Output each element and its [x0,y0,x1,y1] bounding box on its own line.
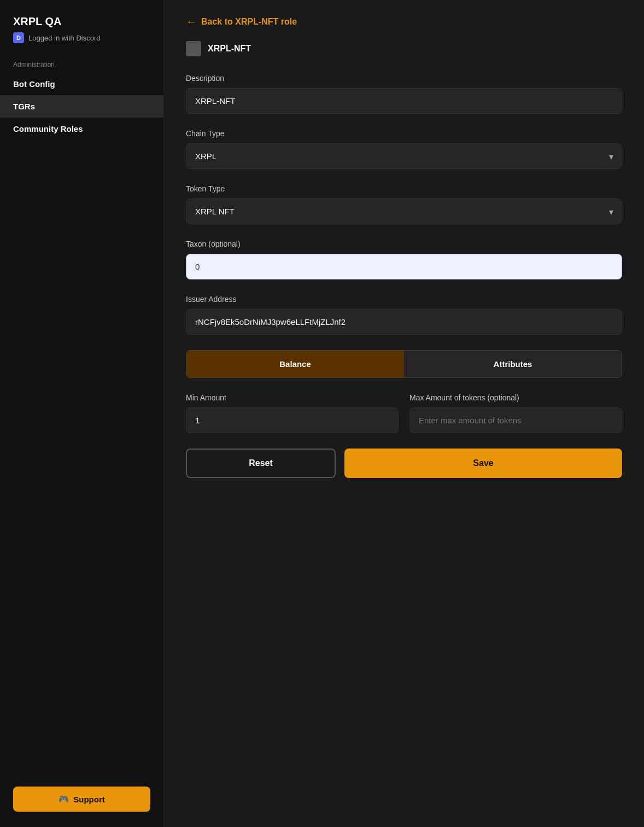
min-amount-label: Min Amount [186,393,399,402]
sidebar-item-bot-config[interactable]: Bot Config [0,73,163,95]
tab-attributes[interactable]: Attributes [404,351,622,377]
description-input[interactable] [186,88,622,114]
action-buttons: Reset Save [186,449,622,478]
description-label: Description [186,74,622,83]
max-amount-label: Max Amount of tokens (optional) [409,393,622,402]
sidebar-nav: Bot Config TGRs Community Roles [0,73,163,140]
sidebar-item-tgrs[interactable]: TGRs [0,95,163,118]
issuer-address-label: Issuer Address [186,295,622,304]
min-amount-input[interactable] [186,407,399,433]
role-icon [186,41,201,56]
logged-in-text: Logged in with Discord [28,34,101,42]
app-name: XRPL QA [13,15,150,28]
back-link-label: Back to XRPL-NFT role [201,17,297,27]
taxon-input[interactable] [186,254,622,279]
chain-type-wrapper: XRPL Ethereum Solana ▾ [186,143,622,169]
sidebar-header: XRPL QA D Logged in with Discord [0,0,163,48]
discord-icon: D [13,32,24,43]
chain-type-select[interactable]: XRPL Ethereum Solana [186,143,622,169]
sidebar-support: 🎮 Support [13,787,150,812]
description-section: Description [186,74,622,114]
reset-button[interactable]: Reset [186,449,336,478]
max-amount-section: Max Amount of tokens (optional) [409,393,622,433]
token-type-section: Token Type XRPL NFT XRPL Token ▾ [186,184,622,224]
balance-attributes-tabs: Balance Attributes [186,350,622,378]
token-type-label: Token Type [186,184,622,193]
role-title: XRPL-NFT [208,44,251,54]
issuer-address-section: Issuer Address [186,295,622,335]
amount-row: Min Amount Max Amount of tokens (optiona… [186,393,622,433]
token-type-select[interactable]: XRPL NFT XRPL Token [186,199,622,224]
logged-in-row: D Logged in with Discord [13,32,150,43]
role-header: XRPL-NFT [186,41,622,56]
min-amount-section: Min Amount [186,393,399,433]
back-link[interactable]: ← Back to XRPL-NFT role [186,15,622,28]
sidebar-section-label: Administration [0,48,163,73]
chain-type-section: Chain Type XRPL Ethereum Solana ▾ [186,129,622,169]
main-content: ← Back to XRPL-NFT role XRPL-NFT Descrip… [164,0,644,827]
taxon-section: Taxon (optional) [186,240,622,279]
sidebar-item-community-roles[interactable]: Community Roles [0,118,163,140]
issuer-address-input[interactable] [186,309,622,335]
sidebar: XRPL QA D Logged in with Discord Adminis… [0,0,164,827]
save-button[interactable]: Save [344,449,622,478]
support-button[interactable]: 🎮 Support [13,787,150,812]
tab-balance[interactable]: Balance [186,351,404,377]
chain-type-label: Chain Type [186,129,622,138]
token-type-wrapper: XRPL NFT XRPL Token ▾ [186,199,622,224]
taxon-label: Taxon (optional) [186,240,622,248]
max-amount-input[interactable] [409,407,622,433]
support-label: Support [73,795,105,804]
back-arrow-icon: ← [186,15,197,28]
support-icon: 🎮 [58,794,69,804]
